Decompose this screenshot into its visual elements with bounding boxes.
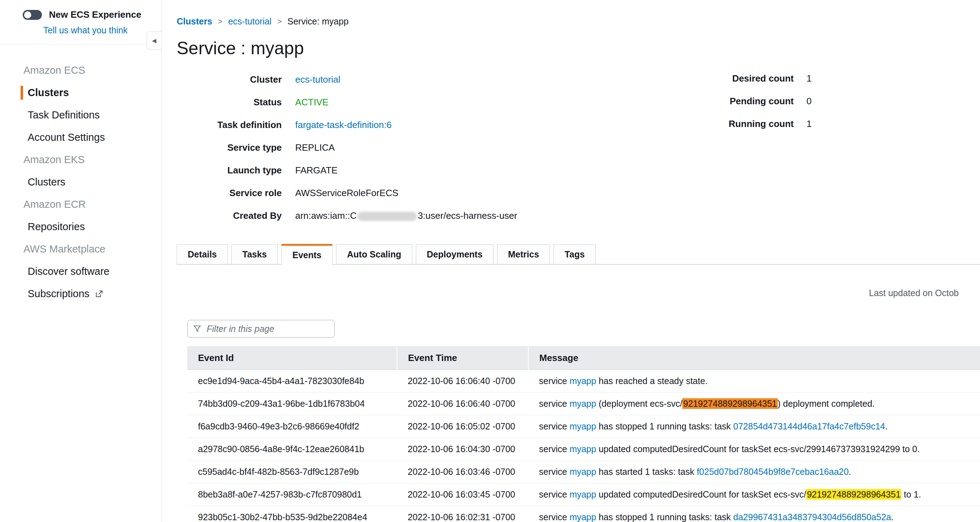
event-id-cell: f6a9cdb3-9460-49e3-b2c6-98669e40fdf2 <box>187 415 397 438</box>
event-time-cell: 2022-10-06 16:04:30 -0700 <box>397 438 528 461</box>
tab-tasks[interactable]: Tasks <box>231 244 278 264</box>
event-message-cell: service myapp has reached a steady state… <box>528 370 980 393</box>
column-header-event-id[interactable]: Event Id <box>187 346 397 370</box>
detail-label-cluster: Cluster <box>177 74 282 85</box>
tab-auto-scaling[interactable]: Auto Scaling <box>336 244 412 264</box>
message-text: updated computedDesiredCount for taskSet… <box>596 444 920 454</box>
event-id-cell: 74bb3d09-c209-43a1-96be-1db1f6783b04 <box>187 393 397 415</box>
message-link[interactable]: 072854d473144d46a17fa4c7efb59c14 <box>733 421 885 431</box>
sidebar-item-label: Account Settings <box>28 132 105 143</box>
message-link[interactable]: myapp <box>570 376 596 386</box>
event-time-cell: 2022-10-06 16:03:46 -0700 <box>397 461 528 483</box>
message-text: service <box>539 489 570 499</box>
detail-label-task-definition: Task definition <box>177 119 282 130</box>
sidebar-item-clusters[interactable]: Clusters <box>0 82 161 104</box>
message-text: has started 1 tasks: task <box>596 466 697 477</box>
sidebar-item-task-definitions[interactable]: Task Definitions <box>0 104 161 126</box>
sidebar-item-label: Subscriptions <box>28 288 89 300</box>
sidebar-section-amazon-ecs: Amazon ECS <box>0 59 161 82</box>
tab-tags[interactable]: Tags <box>554 244 596 264</box>
breadcrumb-separator: > <box>218 17 223 26</box>
sidebar-item-repositories[interactable]: Repositories <box>0 216 161 238</box>
sidebar-collapse-button[interactable]: ◀ <box>146 31 161 50</box>
sidebar-item-account-settings[interactable]: Account Settings <box>0 126 161 149</box>
sidebar-item-subscriptions[interactable]: Subscriptions <box>0 282 161 305</box>
new-ecs-experience-toggle[interactable] <box>23 10 42 20</box>
event-row: ec9e1d94-9aca-45b4-a4a1-7823030fe84b2022… <box>187 370 980 393</box>
sidebar-nav: Amazon ECSClustersTask DefinitionsAccoun… <box>0 59 161 305</box>
count-value-running-count: 1 <box>807 119 811 129</box>
message-text: has stopped 1 running tasks: task <box>596 421 733 431</box>
event-row: 74bb3d09-c209-43a1-96be-1db1f6783b042022… <box>187 393 980 415</box>
sidebar-item-label: Clusters <box>28 87 69 98</box>
sidebar-item-clusters[interactable]: Clusters <box>0 171 161 193</box>
detail-value-service-type: REPLICA <box>295 142 517 153</box>
detail-value-launch-type: FARGATE <box>295 165 517 176</box>
message-text: to 1. <box>901 489 921 499</box>
message-link[interactable]: myapp <box>570 512 596 522</box>
sidebar-section-aws-marketplace: AWS Marketplace <box>0 238 161 260</box>
event-message-cell: service myapp (deployment ecs-svc/921927… <box>528 393 980 415</box>
event-time-cell: 2022-10-06 16:06:40 -0700 <box>397 393 528 415</box>
message-link[interactable]: myapp <box>570 444 596 454</box>
message-text: service <box>539 398 570 409</box>
sidebar-item-label: Task Definitions <box>28 109 100 121</box>
detail-value-created-by: arn:aws:iam::C3:user/ecs-harness-user <box>295 210 517 221</box>
message-text: has stopped 1 running tasks: task <box>596 512 733 522</box>
filter-input[interactable] <box>206 324 329 335</box>
count-label-running-count: Running count <box>709 119 794 129</box>
tab-metrics[interactable]: Metrics <box>497 244 550 264</box>
tab-details[interactable]: Details <box>177 244 228 264</box>
column-header-event-time[interactable]: Event Time <box>397 346 528 370</box>
message-text: service <box>539 421 570 431</box>
breadcrumb-item-clusters[interactable]: Clusters <box>177 16 212 27</box>
event-message-cell: service myapp has stopped 1 running task… <box>528 506 980 522</box>
toggle-knob <box>24 11 31 19</box>
sidebar-item-label: Discover software <box>28 266 109 277</box>
events-table: Event IdEvent TimeMessage ec9e1d94-9aca-… <box>187 346 980 522</box>
breadcrumb-item-ecs-tutorial[interactable]: ecs-tutorial <box>228 16 271 27</box>
find-highlight-current: 9219274889298964351 <box>682 398 777 409</box>
detail-value-cluster[interactable]: ecs-tutorial <box>295 74 517 85</box>
sidebar-section-amazon-eks: Amazon EKS <box>0 149 161 171</box>
message-text: service <box>539 512 570 522</box>
column-header-message[interactable]: Message <box>528 346 980 370</box>
detail-value-task-definition[interactable]: fargate-task-definition:6 <box>295 119 517 130</box>
event-message-cell: service myapp updated computedDesiredCou… <box>528 438 980 461</box>
message-link[interactable]: myapp <box>570 421 596 431</box>
event-row: a2978c90-0856-4a8e-9f4c-12eae260841b2022… <box>187 438 980 461</box>
events-table-header: Event IdEvent TimeMessage <box>187 346 980 370</box>
message-link[interactable]: da29967431a3483794304d56d850a52a <box>733 512 891 522</box>
page-title: Service : myapp <box>177 38 980 59</box>
service-counts: Desired count1Pending count0Running coun… <box>709 73 811 129</box>
message-text: has reached a steady state. <box>596 376 708 386</box>
feedback-link[interactable]: Tell us what you think <box>43 25 161 35</box>
event-id-cell: a2978c90-0856-4a8e-9f4c-12eae260841b <box>187 438 397 461</box>
detail-label-status: Status <box>177 97 282 108</box>
tab-deployments[interactable]: Deployments <box>416 244 493 264</box>
created-by-suffix: 3:user/ecs-harness-user <box>418 210 517 221</box>
message-text: . <box>891 512 893 522</box>
sidebar-item-label: Clusters <box>28 176 65 188</box>
message-text: service <box>539 376 570 386</box>
find-highlight: 9219274889298964351 <box>806 489 901 500</box>
message-text: ) deployment completed. <box>778 398 875 409</box>
sidebar: New ECS Experience Tell us what you thin… <box>0 0 162 522</box>
message-text: service <box>539 466 570 477</box>
sidebar-item-discover-software[interactable]: Discover software <box>0 260 161 282</box>
main-content: Clusters>ecs-tutorial>Service: myapp Ser… <box>162 0 980 522</box>
message-link[interactable]: myapp <box>570 466 596 477</box>
detail-label-service-type: Service type <box>177 142 282 153</box>
breadcrumb: Clusters>ecs-tutorial>Service: myapp <box>177 0 980 27</box>
tab-events[interactable]: Events <box>282 244 332 265</box>
event-message-cell: service myapp updated computedDesiredCou… <box>528 483 980 506</box>
event-id-cell: 923b05c1-30b2-47bb-b535-9d2be22084e4 <box>187 506 397 522</box>
message-link[interactable]: myapp <box>570 489 596 499</box>
event-time-cell: 2022-10-06 16:02:31 -0700 <box>397 506 528 522</box>
message-link[interactable]: myapp <box>570 398 596 409</box>
count-label-pending-count: Pending count <box>709 96 794 107</box>
redacted-account-id <box>357 212 417 221</box>
message-link[interactable]: f025d07bd780454b9f8e7cebac16aa20 <box>697 466 849 477</box>
event-row: f6a9cdb3-9460-49e3-b2c6-98669e40fdf22022… <box>187 415 980 438</box>
detail-value-service-role: AWSServiceRoleForECS <box>295 187 517 198</box>
